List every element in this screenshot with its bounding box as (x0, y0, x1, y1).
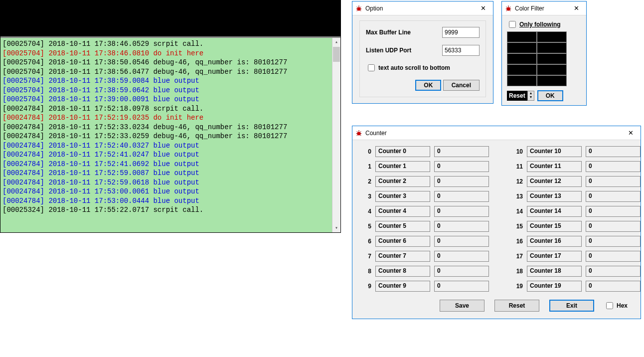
option-ok-button[interactable]: OK (415, 80, 441, 91)
counter-value: 0 (434, 161, 489, 172)
counter-grid: 0Counter 0010Counter 1001Counter 1011Cou… (360, 146, 633, 292)
counter-value: 0 (434, 266, 489, 277)
counter-name[interactable]: Counter 18 (527, 266, 582, 277)
counter-save-button[interactable]: Save (440, 300, 484, 312)
filter-reset-spinner[interactable]: ▴▾ (527, 91, 534, 101)
counter-dialog: Counter ✕ 0Counter 0010Counter 1001Count… (352, 126, 641, 319)
svg-point-2 (357, 132, 361, 135)
counter-value: 0 (434, 281, 489, 292)
counter-name[interactable]: Counter 10 (527, 146, 582, 157)
counter-value: 0 (586, 236, 641, 247)
counter-index: 15 (512, 223, 523, 230)
color-cell[interactable] (537, 54, 566, 64)
counter-index: 13 (512, 193, 523, 200)
counter-name[interactable]: Counter 5 (375, 221, 430, 232)
counter-name[interactable]: Counter 0 (375, 146, 430, 157)
option-dialog: Option ✕ Max Buffer Line Listen UDP Port… (352, 1, 493, 104)
log-line: [00024784] 2018-10-11 17:53:00.0444 blue… (2, 196, 338, 206)
log-window: [00025704] 2018-10-11 17:38:46.0529 scrp… (0, 0, 341, 233)
svg-point-1 (507, 7, 510, 10)
only-following-checkbox[interactable] (509, 21, 516, 28)
counter-index: 6 (360, 238, 371, 245)
filter-ok-button[interactable]: OK (537, 90, 563, 101)
log-line: [00025704] 2018-10-11 17:38:46.0529 scrp… (2, 39, 338, 49)
counter-index: 1 (360, 163, 371, 170)
close-icon[interactable]: ✕ (476, 3, 490, 13)
log-line: [00025704] 2018-10-11 17:38:56.0477 debu… (2, 67, 338, 77)
udp-port-label: Listen UDP Port (366, 47, 442, 54)
log-line: [00025704] 2018-10-11 17:38:59.0084 blue… (2, 76, 338, 86)
log-titlebar[interactable] (0, 0, 340, 38)
counter-index: 3 (360, 193, 371, 200)
color-cell[interactable] (507, 54, 536, 64)
counter-value: 0 (586, 206, 641, 217)
counter-name[interactable]: Counter 13 (527, 191, 582, 202)
counter-name[interactable]: Counter 15 (527, 221, 582, 232)
color-cell[interactable] (537, 76, 566, 86)
bug-icon (355, 5, 362, 12)
color-cell[interactable] (507, 43, 536, 53)
color-cell[interactable] (507, 76, 536, 86)
counter-name[interactable]: Counter 3 (375, 191, 430, 202)
log-line: [00024784] 2018-10-11 17:52:40.0327 blue… (2, 141, 338, 151)
counter-value: 0 (434, 191, 489, 202)
color-cell[interactable] (537, 65, 566, 75)
color-cell[interactable] (507, 65, 536, 75)
counter-name[interactable]: Counter 6 (375, 236, 430, 247)
close-icon[interactable]: ✕ (624, 128, 638, 138)
color-cell[interactable] (537, 43, 566, 53)
counter-value: 0 (586, 161, 641, 172)
counter-name[interactable]: Counter 8 (375, 266, 430, 277)
counter-index: 2 (360, 178, 371, 185)
counter-name[interactable]: Counter 4 (375, 206, 430, 217)
scroll-up-arrow-icon[interactable]: ▴ (332, 38, 340, 46)
color-grid (507, 31, 567, 86)
counter-index: 11 (512, 163, 523, 170)
filter-reset-combo[interactable]: Reset ▴▾ (507, 91, 534, 101)
counter-index: 18 (512, 268, 523, 275)
hex-checkbox[interactable] (606, 302, 613, 309)
log-area[interactable]: [00025704] 2018-10-11 17:38:46.0529 scrp… (0, 38, 340, 232)
color-cell[interactable] (537, 32, 566, 42)
counter-name[interactable]: Counter 2 (375, 176, 430, 187)
counter-name[interactable]: Counter 16 (527, 236, 582, 247)
max-buffer-input[interactable] (442, 27, 480, 38)
option-titlebar[interactable]: Option ✕ (352, 1, 493, 15)
log-scrollbar[interactable]: ▴ ▾ (332, 38, 340, 232)
counter-name[interactable]: Counter 7 (375, 251, 430, 262)
counter-name[interactable]: Counter 17 (527, 251, 582, 262)
udp-port-input[interactable] (442, 45, 480, 56)
counter-name[interactable]: Counter 14 (527, 206, 582, 217)
counter-value: 0 (586, 281, 641, 292)
counter-name[interactable]: Counter 19 (527, 281, 582, 292)
counter-title: Counter (365, 130, 624, 137)
close-icon[interactable]: ✕ (569, 3, 583, 13)
option-cancel-button[interactable]: Cancel (443, 80, 480, 91)
autoscroll-label: text auto scroll to bottom (378, 64, 450, 71)
color-cell[interactable] (507, 32, 536, 42)
counter-name[interactable]: Counter 11 (527, 161, 582, 172)
counter-value: 0 (434, 221, 489, 232)
log-line: [00025704] 2018-10-11 17:39:00.0091 blue… (2, 95, 338, 104)
counter-index: 14 (512, 208, 523, 215)
counter-value: 0 (434, 146, 489, 157)
counter-name[interactable]: Counter 1 (375, 161, 430, 172)
counter-name[interactable]: Counter 12 (527, 176, 582, 187)
autoscroll-checkbox[interactable] (368, 64, 375, 71)
log-line: [00024784] 2018-10-11 17:53:00.0061 blue… (2, 187, 338, 196)
filter-reset-button[interactable]: Reset (507, 91, 527, 101)
counter-name[interactable]: Counter 9 (375, 281, 430, 292)
scroll-down-arrow-icon[interactable]: ▾ (332, 224, 340, 232)
log-line: [00024784] 2018-10-11 17:52:33.0234 debu… (2, 123, 338, 132)
filter-titlebar[interactable]: Color Filter ✕ (502, 1, 586, 15)
scroll-thumb[interactable] (333, 47, 340, 62)
counter-value: 0 (586, 191, 641, 202)
log-line: [00024784] 2018-10-11 17:52:19.0235 do i… (2, 113, 338, 123)
log-line: [00024784] 2018-10-11 17:52:41.0692 blue… (2, 160, 338, 169)
counter-titlebar[interactable]: Counter ✕ (352, 126, 641, 140)
counter-index: 16 (512, 238, 523, 245)
counter-index: 17 (512, 253, 523, 260)
counter-exit-button[interactable]: Exit (549, 300, 594, 312)
counter-reset-button[interactable]: Reset (494, 300, 539, 312)
log-line: [00025324] 2018-10-11 17:55:22.0717 scrp… (2, 205, 338, 215)
